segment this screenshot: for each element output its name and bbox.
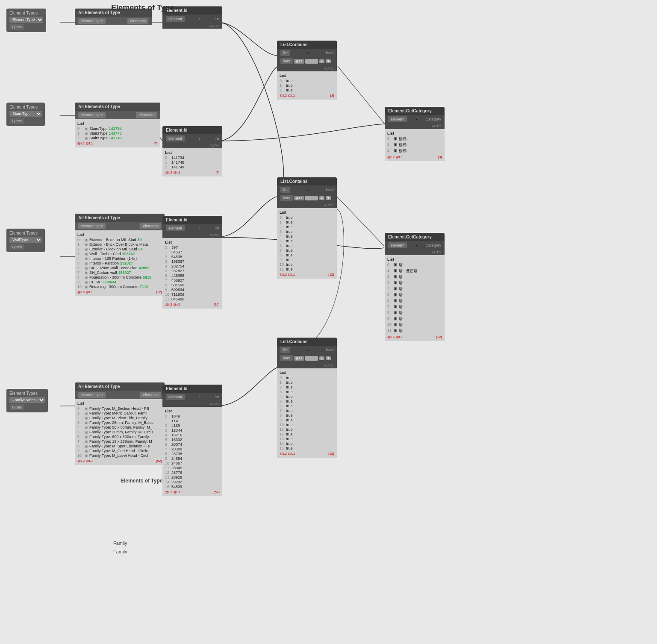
egc-header-1: Element.GetCategory bbox=[385, 107, 445, 115]
eid-item-2-2: 2141749 bbox=[165, 165, 220, 169]
lc-item-up-2[interactable]: ▲ bbox=[319, 196, 324, 200]
egc-item-2-7: 7▣墙 bbox=[387, 304, 442, 310]
eid-port-in-2: element bbox=[166, 135, 185, 141]
eid-item-4-10: 1024867 bbox=[165, 461, 220, 465]
element-types-title-4: Element Types bbox=[9, 391, 45, 396]
eid-item-4-15: 1554539 bbox=[165, 485, 220, 489]
eid-item-2-0: 0141734 bbox=[165, 156, 220, 160]
page-title: Elements of Type bbox=[111, 3, 174, 12]
lc-item-3-5: 5true bbox=[280, 399, 334, 403]
eid-item-3-1: 154537 bbox=[165, 250, 220, 254]
lc-item-2-4: 4true bbox=[280, 234, 334, 238]
aet-item-4-1: 1▣Family Type: Metric Callout, Famil bbox=[77, 411, 162, 415]
aet-list-title-2: List bbox=[77, 121, 158, 126]
element-types-node-4: Element Types FamilySymbol Types bbox=[6, 389, 48, 412]
eid-item-4-6: 620074 bbox=[165, 442, 220, 447]
eid-header-4: Element.Id bbox=[162, 385, 222, 393]
lc-item-input-1[interactable] bbox=[305, 59, 318, 64]
eid-item-2-1: 1141748 bbox=[165, 160, 220, 165]
types-port-4: Types bbox=[9, 404, 24, 410]
page-title-area: Elements of Type bbox=[111, 3, 174, 12]
lc-item-3-15: 15true bbox=[280, 446, 334, 450]
eid-item-4-0: 01049 bbox=[165, 414, 220, 418]
lc-item-3-0: 0true bbox=[280, 376, 334, 380]
list-contains-node-2: List.Contains list › bool item @L1 ▲ ▼ A… bbox=[277, 177, 337, 279]
lc-item-row-1: item @L1 ▲ ▼ bbox=[280, 58, 331, 64]
egc-port-in-1: element bbox=[388, 116, 407, 122]
lc-item-up-1[interactable]: ▲ bbox=[319, 59, 324, 63]
eid-header-3: Element.Id bbox=[162, 216, 222, 224]
egc-item-2-5: 5▣墙 bbox=[387, 292, 442, 298]
lc-item-row-2: item @L1 ▲ ▼ bbox=[280, 195, 331, 201]
aet-item-4-0: 0▣Family Type: M_Section Head - Fill bbox=[77, 406, 162, 411]
lc-item-2-11: 11true bbox=[280, 267, 334, 271]
aet-item-3-10: 10▣ Retaining - 300mm Concrete 7119 bbox=[77, 285, 162, 289]
eid-item-4-7: 720380 bbox=[165, 447, 220, 451]
element-getcategory-node-2: Element.GetCategory element › Category A… bbox=[385, 233, 445, 341]
eid-item-4-12: 1228776 bbox=[165, 471, 220, 475]
lc-item-3-11: 11true bbox=[280, 427, 334, 432]
egc-port-in-2: element bbox=[388, 242, 407, 248]
aet-header-2: All Elements of Type bbox=[75, 103, 160, 111]
lc-item-down-1[interactable]: ▼ bbox=[326, 59, 331, 63]
aet-port-in-3: element type bbox=[78, 223, 106, 229]
lc-list-title-1: List bbox=[280, 74, 334, 78]
aet-port-out-4: elements bbox=[140, 392, 161, 398]
egc-item-2-10: 10▣墙 bbox=[387, 322, 442, 328]
lc-item-down-2[interactable]: ▼ bbox=[326, 196, 331, 200]
element-types-dropdown-3[interactable]: WallType bbox=[9, 237, 42, 243]
lc-item-3-14: 14true bbox=[280, 441, 334, 446]
aet-port-out-3: elements bbox=[140, 223, 161, 229]
lc-item-3-4: 4true bbox=[280, 394, 334, 399]
eid-item-4-1: 11141 bbox=[165, 419, 220, 423]
eid-item-3-3: 3198367 bbox=[165, 259, 220, 264]
aet-header-4: All Elements of Type bbox=[75, 382, 165, 391]
aet-item-4-4: 4▣Family Type: 50 x 50mm, Family: M_ bbox=[77, 425, 162, 429]
lc-header-1: List.Contains bbox=[277, 41, 337, 49]
lc-item-down-3[interactable]: ▼ bbox=[326, 356, 331, 360]
elements-of-type-sub: Elements of Type bbox=[121, 478, 162, 484]
aet-item-2-0: 0▣StairsType 141734 bbox=[77, 126, 158, 131]
lc-item-3-13: 13true bbox=[280, 437, 334, 441]
egc-item-1-0: 0▣楼梯 bbox=[387, 136, 442, 142]
lc-item-input-3[interactable] bbox=[305, 356, 318, 361]
eid-item-4-11: 1128045 bbox=[165, 466, 220, 470]
family-label-2: Family bbox=[113, 549, 127, 554]
element-types-dropdown-2[interactable]: StairsType bbox=[9, 111, 42, 117]
aet-item-3-6: 6▣ SIP 202mm Wall - conc clad 42895 bbox=[77, 266, 162, 270]
aet-item-2-1: 1▣StairsType 141748 bbox=[77, 131, 158, 135]
aet-item-4-9: 9▣Family Type: M_Grid Head - Circle, bbox=[77, 449, 162, 453]
eid-header-2: Element.Id bbox=[162, 126, 222, 134]
types-port-1: Types bbox=[9, 24, 24, 30]
eid-port-in-4: element bbox=[166, 394, 185, 400]
lc-item-up-3[interactable]: ▲ bbox=[319, 356, 324, 360]
lc-item-3-9: 9true bbox=[280, 418, 334, 422]
lc-item-2-6: 6true bbox=[280, 244, 334, 248]
aet-item-4-5: 5▣Family Type: 30mm, Family: M_Circu bbox=[77, 430, 162, 434]
eid-item-3-8: 8581500 bbox=[165, 283, 220, 287]
lc-item-3-3: 3true bbox=[280, 390, 334, 394]
eid-item-4-2: 24169 bbox=[165, 423, 220, 428]
svg-line-7 bbox=[337, 197, 384, 246]
eid-item-4-14: 1429292 bbox=[165, 480, 220, 484]
lc-item-input-2[interactable] bbox=[305, 196, 318, 200]
element-getcategory-node-1: Element.GetCategory element › Category A… bbox=[385, 107, 445, 161]
aet-port-in-4: element type bbox=[78, 392, 106, 398]
egc-item-1-2: 2▣楼梯 bbox=[387, 148, 442, 154]
types-port-3: Types bbox=[9, 244, 24, 250]
element-types-dropdown-1[interactable]: ElementType bbox=[9, 17, 43, 23]
eid-item-3-0: 0397 bbox=[165, 245, 220, 250]
lc-item-2-8: 8true bbox=[280, 253, 334, 257]
lc-item-2-7: 7true bbox=[280, 248, 334, 253]
egc-item-2-4: 4▣墙 bbox=[387, 286, 442, 292]
egc-item-2-8: 8▣墙 bbox=[387, 310, 442, 316]
element-types-title-3: Element Types bbox=[9, 231, 42, 235]
eid-item-4-3: 312344 bbox=[165, 428, 220, 432]
all-elements-node-2: All Elements of Type element type elemen… bbox=[75, 103, 160, 147]
lc-item-3-1: 1true bbox=[280, 380, 334, 385]
aet-item-3-3: 3▣ Wall - Timber Clad 198367 bbox=[77, 252, 162, 256]
lc-item-2-3: 3true bbox=[280, 229, 334, 234]
lc-list-item-1-0: 0true bbox=[280, 79, 334, 83]
lc-item-3-6: 6true bbox=[280, 404, 334, 408]
element-types-dropdown-4[interactable]: FamilySymbol bbox=[9, 397, 45, 403]
